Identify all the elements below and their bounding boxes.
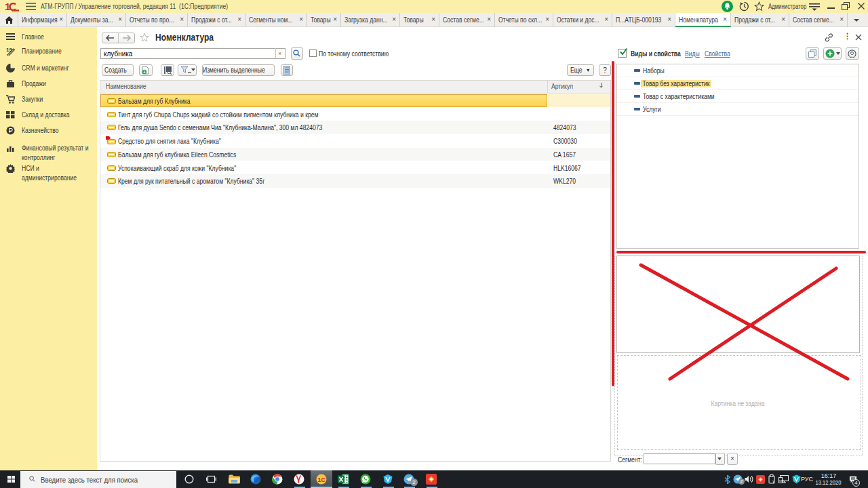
svg-text:NM: NM <box>779 479 783 483</box>
svg-text:1С: 1С <box>318 476 326 483</box>
svg-text:19: 19 <box>6 47 12 53</box>
